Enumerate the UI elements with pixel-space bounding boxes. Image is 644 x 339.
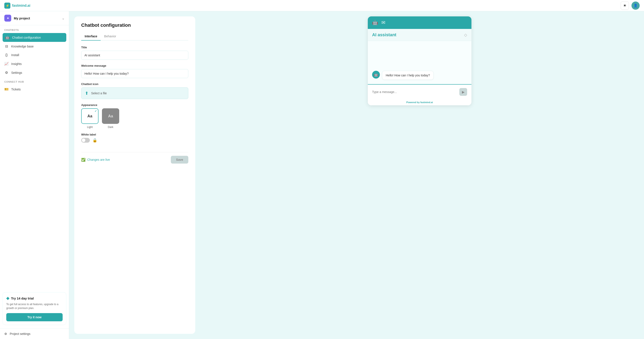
project-selector[interactable]: ✦ My project ⌄ [0, 11, 69, 25]
sidebar-item-project-settings[interactable]: ⚙ Project settings [0, 329, 69, 339]
white-label-row: 🔒 [81, 138, 188, 143]
try-now-button[interactable]: Try it now [6, 313, 63, 321]
diamond-icon: ◆ [6, 296, 9, 301]
upload-icon: ⬆ [85, 91, 88, 96]
project-settings-label: Project settings [10, 332, 30, 336]
icon-field-group: Chatbot icon ⬆ Select a file [81, 82, 188, 99]
database-icon: ⊟ [4, 44, 9, 48]
config-bottom-bar: ✅ Changes are live Save [81, 152, 188, 164]
chat-title-bar: AI assistant ◇ [368, 29, 472, 41]
logo-icon: ⚡ [4, 2, 10, 9]
save-button[interactable]: Save [171, 156, 188, 164]
chat-header: 🤖 ✉ [368, 16, 472, 29]
welcome-field-label: Welcome message [81, 64, 188, 67]
light-card: Aa ✓ [81, 108, 98, 124]
sidebar-item-settings[interactable]: ⚙ Settings [0, 68, 69, 77]
changes-live-status: ✅ Changes are live [81, 158, 110, 162]
light-label: Light [87, 126, 93, 129]
settings-icon: ⚙ [4, 70, 9, 75]
tab-behavior[interactable]: Behavior [101, 32, 120, 40]
content-area: Chatbot configuration Interface Behavior… [69, 11, 644, 339]
check-icon: ✓ [94, 110, 97, 113]
lock-icon: 🔒 [92, 138, 97, 143]
title-field-group: Title [81, 46, 188, 60]
appearance-field-group: Appearance Aa ✓ Light Aa Dark [81, 103, 188, 129]
chat-input-area: ▶ [368, 84, 472, 99]
send-icon: ▶ [462, 90, 464, 94]
sidebar-item-tickets[interactable]: 🎫 Tickets [0, 85, 69, 94]
project-icon: ✦ [4, 15, 11, 21]
dark-aa-text: Aa [108, 114, 113, 118]
chart-icon: 📈 [4, 62, 9, 66]
changes-live-text: Changes are live [87, 158, 110, 161]
topnav-right: ☀ 👤 [621, 1, 640, 10]
title-input[interactable] [81, 51, 188, 60]
chat-minimize-icon[interactable]: ◇ [464, 32, 467, 37]
icon-field-label: Chatbot icon [81, 82, 188, 86]
title-field-label: Title [81, 46, 188, 49]
chat-powered-by: Powered by fastmind.ai [368, 99, 472, 105]
sidebar-item-label: Knowledge base [11, 45, 34, 48]
sidebar-item-label: Insights [11, 62, 22, 66]
sun-icon: ☀ [623, 3, 626, 8]
chevron-down-icon: ⌄ [62, 16, 64, 20]
welcome-input[interactable] [81, 69, 188, 78]
trial-title-text: Try 14 day trial [11, 297, 34, 300]
avatar[interactable]: 👤 [632, 1, 640, 10]
white-label-toggle[interactable] [81, 138, 90, 143]
sidebar-item-install[interactable]: {} Install [0, 51, 69, 59]
appearance-dark-option[interactable]: Aa Dark [102, 108, 119, 129]
theme-toggle-button[interactable]: ☀ [621, 1, 629, 10]
white-label-field-label: White label [81, 133, 188, 136]
sidebar-item-knowledge-base[interactable]: ⊟ Knowledge base [0, 42, 69, 51]
dark-label: Dark [108, 126, 113, 129]
chat-message-bubble: Hello! How can I help you today? [382, 71, 434, 80]
sidebar-item-label: Settings [11, 71, 22, 74]
dark-card: Aa [102, 108, 119, 124]
tab-interface-label: Interface [85, 34, 97, 38]
trial-description: To get full access to all features, upgr… [6, 302, 63, 310]
logo-text: fastmind.ai [12, 4, 30, 7]
trial-box: ◆ Try 14 day trial To get full access to… [2, 292, 66, 325]
white-label-field-group: White label 🔒 [81, 133, 188, 143]
project-name: My project [14, 16, 30, 20]
sidebar-item-chatbot-config[interactable]: 🤖 Chatbot configuration [2, 33, 66, 42]
chatbots-section-label: CHATBOTS [0, 25, 69, 33]
ticket-icon: 🎫 [4, 87, 9, 91]
appearance-light-option[interactable]: Aa ✓ Light [81, 108, 98, 129]
logo: ⚡ fastmind.ai [4, 2, 30, 9]
connect-hub-label: CONNECT HUB [0, 77, 69, 85]
top-nav: ⚡ fastmind.ai ☀ 👤 [0, 0, 644, 11]
project-left: ✦ My project [4, 15, 30, 21]
chat-messages: 🤖 Hello! How can I help you today? [368, 41, 472, 84]
file-upload-button[interactable]: ⬆ Select a file [81, 87, 188, 99]
light-aa-text: Aa [87, 114, 92, 118]
chat-input[interactable] [372, 90, 457, 94]
appearance-field-label: Appearance [81, 103, 188, 107]
chat-preview: 🤖 ✉ AI assistant ◇ 🤖 Hello! How can I he… [368, 16, 472, 105]
powered-by-text: Powered by [406, 101, 420, 104]
file-upload-label: Select a file [91, 91, 107, 95]
bot-avatar: 🤖 [372, 71, 380, 78]
preview-panel: 🤖 ✉ AI assistant ◇ 🤖 Hello! How can I he… [195, 16, 639, 334]
welcome-field-group: Welcome message [81, 64, 188, 78]
chat-send-button[interactable]: ▶ [459, 88, 467, 96]
tab-behavior-label: Behavior [104, 34, 116, 38]
sidebar-item-label: Chatbot configuration [12, 36, 41, 39]
chat-message: 🤖 Hello! How can I help you today? [372, 71, 434, 80]
trial-title: ◆ Try 14 day trial [6, 296, 63, 301]
sidebar-item-label: Install [11, 53, 19, 57]
powered-by-brand: fastmind.ai [420, 101, 433, 104]
chat-bot-icon: 🤖 [372, 20, 378, 25]
config-panel: Chatbot configuration Interface Behavior… [74, 16, 195, 334]
chat-email-icon: ✉ [382, 20, 385, 25]
gear-icon: ⚙ [4, 332, 7, 336]
toggle-knob [82, 139, 85, 142]
code-icon: {} [4, 53, 9, 57]
config-tabs: Interface Behavior [81, 32, 188, 40]
main-layout: ✦ My project ⌄ CHATBOTS 🤖 Chatbot config… [0, 11, 644, 339]
robot-icon: 🤖 [5, 35, 10, 39]
chat-title-text: AI assistant [372, 32, 396, 37]
sidebar-item-insights[interactable]: 📈 Insights [0, 59, 69, 68]
tab-interface[interactable]: Interface [81, 32, 101, 40]
